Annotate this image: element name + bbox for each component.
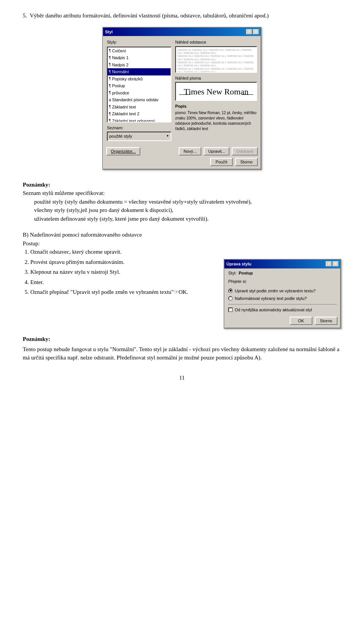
font-preview-box: Times New Roman (175, 82, 257, 101)
preview-text-lines: Nálěžitá ná. Nálěžitá ná.v. Nálěžitá ná.… (177, 49, 255, 73)
list-item: Enter. (30, 278, 216, 287)
preview-paragraph-section: Náhled odstavce Nálěžitá ná. Nálěžitá ná… (175, 39, 257, 73)
pouzit-button[interactable]: Použít (210, 158, 233, 166)
list-item[interactable]: ¶ Základní text odsazený (108, 118, 171, 122)
para-icon: ¶ (109, 69, 111, 75)
para-icon: a (109, 97, 111, 103)
seznam-value: použité styly (109, 133, 132, 140)
styl-titlebar: Styl ? ✕ (103, 28, 261, 36)
list-item: Označit přepínač "Upravit styl podle změ… (30, 288, 216, 297)
notes-title-1: Poznámky: (23, 180, 341, 189)
dropdown-arrow-icon: ▼ (166, 134, 169, 138)
uprava-titlebar: Úprava stylu ? ✕ (224, 260, 340, 268)
notes-line-3: všechny styly (styly,jež jsou pro daný d… (23, 206, 341, 215)
popis-section: Popis písmo: Times New Roman, 12 pt, čes… (175, 103, 257, 141)
style-name: Základní text (112, 104, 136, 110)
close-button[interactable]: ✕ (253, 29, 259, 35)
para-icon: ¶ (109, 104, 111, 110)
checkbox-item-1[interactable]: Od nynějška automaticky aktualizovat sty… (228, 307, 337, 313)
list-item: Klepnout na název stylu v nástroji Styl. (30, 268, 216, 276)
radio-item-1[interactable]: Upravit styl podle změn ve vybraném text… (228, 288, 337, 294)
titlebar-buttons[interactable]: ? ✕ (246, 29, 259, 35)
notes-line-1: Seznam stylů můžeme specifikovat: (23, 189, 341, 198)
bottom-notes: Poznámky: Tento postup nebude fungovat u… (23, 335, 341, 362)
checkbox-box-1 (228, 308, 233, 312)
uprava-close-button[interactable]: ✕ (333, 261, 339, 267)
preview-paragraph-label: Náhled odstavce (175, 39, 257, 46)
styl-value: Postup (238, 270, 253, 276)
list-item[interactable]: ¶ Základní text (108, 104, 171, 111)
popis-text: písmo: Times New Roman, 12 pt, česky, mě… (175, 110, 257, 132)
para-icon: ¶ (109, 118, 111, 122)
underline-decoration-left (179, 94, 190, 95)
list-item[interactable]: ¶ Postup (108, 82, 171, 89)
styles-label: Styly: (107, 39, 171, 46)
odstranit-button[interactable]: Odstranit (232, 147, 258, 155)
radio-circle-1 (228, 289, 233, 293)
uprava-storno-button[interactable]: Storno (315, 317, 337, 325)
section-b-header: B) Nadefinování pomocí naformátovaného o… (23, 231, 341, 248)
notes-line-2: použité styly (styly daného dokumentu = … (23, 198, 341, 206)
style-name: Normální (112, 69, 129, 75)
page-number: 11 (23, 373, 341, 382)
styl-label: Styl: (228, 270, 236, 276)
dialog-buttons-row-1: Organizátor... Nový... Upravit... Odstra… (103, 145, 261, 158)
list-item[interactable]: ¶ průvodce (108, 89, 171, 97)
two-col-layout: Označit odstavec, který chceme upravit. … (23, 248, 341, 329)
style-name: Nadpis 1 (112, 55, 128, 61)
radio-item-2[interactable]: Naformátovat vybraný text podle stylu? (228, 295, 337, 302)
notes-section-1: Poznámky: Seznam stylů můžeme specifikov… (23, 180, 341, 223)
style-list-panel: Styly: ¶ Cvičení ¶ Nadpis 1 ¶ Nadpis 2 ¶… (107, 39, 171, 141)
bottom-notes-line1: Tento postup nebude fungovat u stylu "No… (23, 345, 341, 362)
popis-label: Popis (175, 103, 257, 110)
uprava-ok-button[interactable]: OK (290, 317, 312, 325)
right-panel: Náhled odstavce Nálěžitá ná. Nálěžitá ná… (175, 39, 257, 141)
para-icon: ¶ (109, 111, 111, 117)
preview-font-section: Náhled písma Times New Roman (175, 75, 257, 101)
style-name: Nadpis 2 (112, 62, 128, 68)
prejete-si-label: Přejete si: (224, 278, 340, 286)
list-item-selected[interactable]: ¶ Normální (108, 68, 171, 75)
checkbox-label-1: Od nynějška automaticky aktualizovat sty… (235, 307, 312, 313)
style-name: Základní text 2 (112, 111, 139, 117)
list-item: Provést úpravu přímým naformátováním. (30, 258, 216, 267)
style-name: Cvičení (112, 48, 126, 54)
notes-line-4: uživatelem definované styly (styly, kter… (23, 215, 341, 223)
style-name: Standardní písmo odstáv (112, 97, 158, 103)
uprava-ok-row: OK Storno (224, 315, 340, 328)
uprava-stylu-dialog: Úprava stylu ? ✕ Styl: Postup Přejete si… (224, 259, 341, 329)
uprava-help-button[interactable]: ? (326, 261, 332, 267)
upravit-button[interactable]: Upravit... (204, 147, 229, 155)
radio-group: Upravit styl podle změn ve vybraném text… (228, 288, 337, 302)
list-item[interactable]: ¶ Popisky obrázků (108, 75, 171, 83)
list-item[interactable]: ¶ Nadpis 1 (108, 54, 171, 61)
font-preview-text: Times New Roman (184, 85, 248, 98)
seznam-dropdown[interactable]: použité styly ▼ (107, 132, 171, 141)
list-item[interactable]: ¶ Nadpis 2 (108, 61, 171, 69)
para-icon: ¶ (109, 90, 111, 96)
list-item: Označit odstavec, který chceme upravit. (30, 248, 216, 256)
para-icon: ¶ (109, 76, 111, 82)
uprava-titlebar-buttons[interactable]: ? ✕ (326, 261, 339, 267)
styl-dialog: Styl ? ✕ Styly: ¶ Cvičení ¶ Nadpis 1 ¶ N… (102, 27, 262, 170)
storno-button[interactable]: Storno (235, 158, 258, 166)
seznam-section: Seznam: použité styly ▼ (107, 125, 171, 141)
style-listbox[interactable]: ¶ Cvičení ¶ Nadpis 1 ¶ Nadpis 2 ¶ Normál… (107, 47, 171, 122)
steps-list: Označit odstavec, který chceme upravit. … (23, 248, 216, 297)
styl-row: Styl: Postup (224, 268, 340, 278)
list-item[interactable]: ¶ Cvičení (108, 47, 171, 55)
left-col: Označit odstavec, který chceme upravit. … (23, 248, 216, 329)
preview-font-label: Náhled písma (175, 75, 257, 82)
seznam-label: Seznam: (107, 125, 171, 131)
radio-circle-2 (228, 296, 233, 301)
novy-button[interactable]: Nový... (179, 147, 201, 155)
radio-label-2: Naformátovat vybraný text podle stylu? (235, 295, 307, 302)
styl-title: Styl (105, 29, 113, 35)
help-button[interactable]: ? (246, 29, 252, 35)
list-item[interactable]: ¶ Základní text 2 (108, 110, 171, 118)
para-icon: ¶ (109, 62, 111, 67)
bottom-notes-title: Poznámky: (23, 335, 341, 344)
organizator-button[interactable]: Organizátor... (106, 147, 140, 155)
underline-decoration-right (242, 94, 253, 95)
list-item[interactable]: a Standardní písmo odstáv (108, 96, 171, 104)
